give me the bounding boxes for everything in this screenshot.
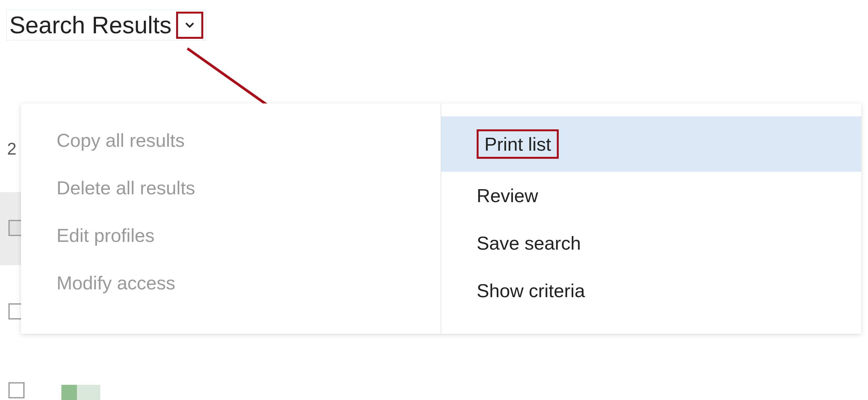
menu-col-left: Copy all results Delete all results Edit… [21, 104, 441, 334]
menu-item-label: Delete all results [57, 177, 195, 199]
row-checkbox[interactable] [8, 382, 25, 398]
menu-review[interactable]: Review [441, 172, 861, 219]
menu-item-label: Review [477, 184, 538, 206]
page-title: Search Results [9, 11, 172, 39]
menu-item-label: Show criteria [477, 280, 585, 302]
search-results-dropdown[interactable]: Search Results [6, 10, 206, 40]
menu-item-label: Print list [477, 130, 559, 159]
chevron-down-icon[interactable] [176, 12, 203, 39]
menu-copy-all-results: Copy all results [21, 116, 441, 164]
menu-modify-access: Modify access [21, 259, 441, 307]
menu-edit-profiles: Edit profiles [21, 211, 441, 259]
menu-save-search[interactable]: Save search [441, 219, 861, 267]
result-count-fragment: 2 [7, 139, 17, 159]
menu-print-list[interactable]: Print list [441, 116, 861, 172]
menu-col-right: Print list Review Save search Show crite… [441, 104, 861, 334]
row-thumbnail [61, 385, 100, 400]
menu-delete-all-results: Delete all results [21, 164, 441, 211]
menu-item-label: Modify access [57, 272, 175, 294]
menu-item-label: Edit profiles [57, 224, 154, 246]
menu-item-label: Copy all results [57, 130, 185, 151]
search-results-menu: Copy all results Delete all results Edit… [21, 104, 861, 334]
menu-item-label: Save search [477, 232, 581, 254]
menu-show-criteria[interactable]: Show criteria [441, 267, 861, 314]
